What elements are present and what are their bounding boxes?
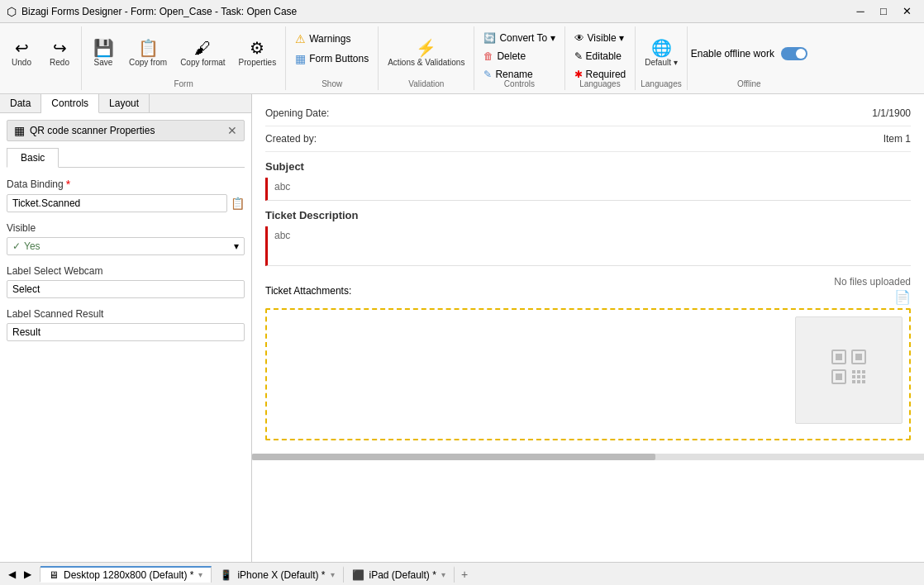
qr-code-icon [829,347,869,394]
desktop-close-icon[interactable]: ▾ [198,570,202,579]
copy-format-button[interactable]: 🖌 Copy format [174,37,231,69]
label-scanned-result-input[interactable] [7,323,245,341]
ipad-close-icon[interactable]: ▾ [441,570,445,579]
copy-from-icon: 📋 [138,40,159,56]
actions-validations-button[interactable]: ⚡ Actions & Validations [382,37,470,69]
rename-label: Rename [495,69,532,80]
label-scanned-result-label: Label Scanned Result [7,308,245,320]
svg-rect-5 [836,373,842,380]
subject-field[interactable]: abc [265,178,911,201]
scrollbar-thumb[interactable] [252,454,655,460]
default-lang-label: Default ▾ [645,58,677,67]
copy-from-button[interactable]: 📋 Copy from [123,37,173,69]
minimize-button[interactable]: ─ [850,3,871,20]
props-tab-basic[interactable]: Basic [7,148,59,168]
undo-label: Undo [12,58,31,67]
tab-layout[interactable]: Layout [99,94,150,112]
attachment-info: No files uploaded 📄 [834,276,911,305]
controls-group-label: Controls [474,79,564,88]
iphone-close-icon[interactable]: ▾ [331,570,335,579]
iphone-label: iPhone X (Default) * [237,569,325,581]
editable-label: Editable [586,50,622,62]
main-area: Data Controls Layout ▦ QR code scanner P… [0,94,924,562]
save-button[interactable]: 💾 Save [85,37,121,69]
undo-button[interactable]: ↩ Undo [3,37,40,69]
props-tab-advanced[interactable] [59,148,87,167]
toolbar: ↩ Undo ↪ Redo 💾 Save 📋 Copy from 🖌 Copy … [0,23,924,94]
visible-button[interactable]: 👁 Visible ▾ [569,30,632,46]
languages-group-label: Languages [565,79,636,88]
offline-toggle[interactable] [781,47,807,60]
redo-label: Redo [50,58,69,67]
subject-title: Subject [265,152,911,178]
form-buttons-button[interactable]: ▦ Form Buttons [289,50,374,68]
props-header: ▦ QR code scanner Properties ✕ [7,120,245,141]
properties-button[interactable]: ⚙ Properties [233,37,283,69]
field-label-select-webcam: Label Select Webcam [7,265,245,298]
opening-date-label: Opening Date: [265,107,398,119]
qr-icon: ▦ [14,124,25,137]
rename-icon: ✎ [483,69,492,80]
attachment-header: Ticket Attachments: No files uploaded 📄 [265,273,911,308]
horizontal-scrollbar[interactable] [252,454,924,460]
form-group-label: Form [82,79,285,88]
convert-to-button[interactable]: 🔄 Convert To ▾ [478,30,560,46]
visible-value: Yes [24,240,40,252]
svg-rect-11 [862,375,865,378]
svg-rect-8 [862,370,865,373]
default-lang-icon: 🌐 [651,40,672,56]
default-lang-button[interactable]: 🌐 Default ▾ [639,37,683,69]
svg-rect-9 [852,375,855,378]
svg-rect-6 [852,370,855,373]
add-device-tab-button[interactable]: + [455,566,474,583]
toolbar-group-show: ⚠ Warnings ▦ Form Buttons Show [286,26,379,90]
undo-icon: ↩ [15,40,29,56]
field-visible: Visible ✓ Yes ▾ [7,222,245,255]
svg-rect-13 [857,380,860,383]
opening-date-row: Opening Date: 1/1/1900 [265,101,911,126]
next-button[interactable]: ▶ [21,567,35,582]
ticket-description-field[interactable]: abc [265,226,911,266]
props-title: QR code scanner Properties [30,125,155,136]
data-binding-input[interactable] [7,194,227,212]
opening-date-value: 1/1/1900 [398,107,911,119]
svg-rect-10 [857,375,860,378]
form-area: Opening Date: 1/1/1900 Created by: Item … [252,94,924,562]
tab-data[interactable]: Data [0,94,41,112]
editable-button[interactable]: ✎ Editable [569,48,632,64]
close-button[interactable]: ✕ [896,3,917,20]
properties-icon: ⚙ [250,40,264,56]
warning-icon: ⚠ [295,32,306,45]
show-group-label: Show [286,79,378,88]
device-tab-ipad[interactable]: ⬛ iPad (Default) * ▾ [344,566,455,583]
prev-button[interactable]: ◀ [5,567,19,582]
offline-group-label: Offline [688,79,811,88]
attachment-section: Ticket Attachments: No files uploaded 📄 [265,266,911,447]
delete-button[interactable]: 🗑 Delete [478,48,560,64]
device-tab-iphone[interactable]: 📱 iPhone X (Default) * ▾ [212,566,343,583]
redo-button[interactable]: ↪ Redo [41,37,78,69]
required-label: Required [586,69,626,80]
warnings-button[interactable]: ⚠ Warnings [289,30,374,48]
visible-select[interactable]: ✓ Yes ▾ [7,237,245,255]
toolbar-group-languages: 👁 Visible ▾ ✎ Editable ✱ Required Langua… [565,26,636,90]
svg-rect-12 [852,380,855,383]
device-tab-desktop[interactable]: 🖥 Desktop 1280x800 (Default) * ▾ [40,566,212,583]
tabs-bar: Data Controls Layout [0,94,251,113]
app-icon: ⬡ [7,5,17,18]
maximize-button[interactable]: □ [873,3,894,20]
tab-controls[interactable]: Controls [41,94,99,113]
redo-icon: ↪ [53,40,67,56]
form-content: Opening Date: 1/1/1900 Created by: Item … [252,94,924,454]
props-close-button[interactable]: ✕ [227,124,237,137]
data-binding-copy-icon[interactable]: 📋 [231,197,245,210]
iphone-icon: 📱 [220,569,232,581]
field-data-binding: Data Binding * 📋 [7,178,245,212]
copy-format-icon: 🖌 [194,40,211,56]
label-select-webcam-input[interactable] [7,280,245,298]
toolbar-group-undoredo: ↩ Undo ↪ Redo [0,26,82,90]
attachment-drop-area[interactable] [265,308,911,440]
convert-to-icon: 🔄 [483,32,496,44]
qr-scanner-placeholder [795,316,903,424]
svg-rect-7 [857,370,860,373]
